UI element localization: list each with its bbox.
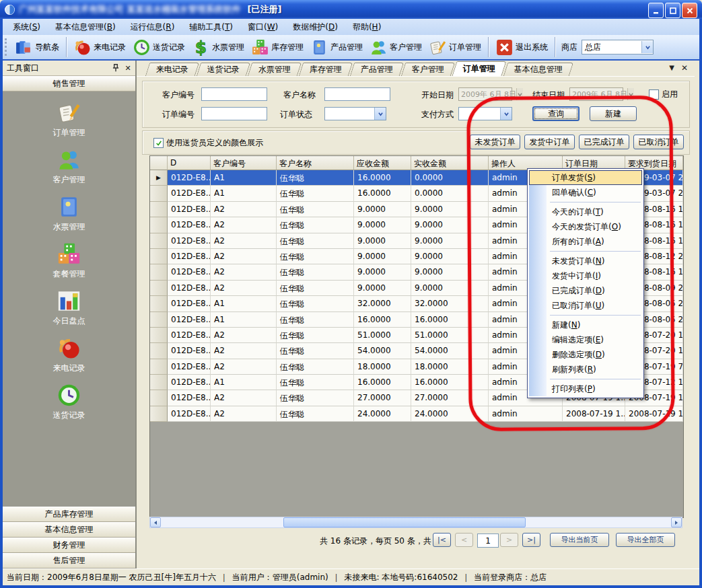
tab-list-arrow-icon[interactable]: ▼ <box>669 65 674 71</box>
ctx-edit-selected[interactable]: 编辑选定项(E) <box>529 332 642 347</box>
menu-aux-tools[interactable]: 辅助工具(T) <box>182 20 240 35</box>
export-current-page-button[interactable]: 导出当前页 <box>550 533 609 547</box>
tab-inventory-mgmt[interactable]: 库存管理 <box>299 63 353 76</box>
row-selector[interactable] <box>150 375 168 390</box>
inventory-mgmt-button[interactable]: 库存管理 <box>248 37 307 58</box>
column-header-1[interactable]: D <box>168 156 211 170</box>
page-number-input[interactable] <box>477 534 499 548</box>
row-selector[interactable] <box>150 390 168 406</box>
row-selector[interactable] <box>150 249 168 264</box>
order-code-input[interactable] <box>201 107 267 120</box>
ctx-today-orders[interactable]: 今天的订单(T) <box>529 205 642 219</box>
btn-shipping-orders[interactable]: 发货中订单 <box>524 135 575 149</box>
scroll-left-button[interactable] <box>150 517 161 527</box>
tab-delivery-records[interactable]: 送货记录 <box>197 63 250 76</box>
menu-window[interactable]: 窗口(W) <box>240 20 285 35</box>
customer-code-input[interactable] <box>201 87 267 101</box>
tab-ticket-mgmt[interactable]: 水票管理 <box>248 63 302 76</box>
customer-name-input[interactable] <box>324 87 390 101</box>
exit-system-button[interactable]: 退出系统 <box>492 37 551 58</box>
tab-call-records[interactable]: 来电记录 <box>145 63 199 76</box>
sb-today-check[interactable]: 今日盘点 <box>53 289 85 327</box>
tab-product-mgmt[interactable]: 产品管理 <box>350 63 404 76</box>
row-selector[interactable] <box>150 202 168 217</box>
delivery-records-button[interactable]: 送货记录 <box>129 37 188 58</box>
scrollbar-thumb[interactable] <box>283 517 526 527</box>
sb-group-product-inventory[interactable]: 产品库存管理 <box>3 507 135 522</box>
btn-completed-orders[interactable]: 已完成订单 <box>579 135 629 149</box>
maximize-button[interactable] <box>665 3 680 18</box>
prev-page-button[interactable]: < <box>455 533 473 547</box>
last-page-button[interactable]: >| <box>522 533 540 547</box>
row-selector[interactable] <box>150 233 168 249</box>
start-date-picker[interactable]: 2009年 6月 8日 <box>458 87 512 101</box>
query-button[interactable]: 查询 <box>532 106 580 121</box>
tab-order-mgmt[interactable]: 订单管理 <box>452 61 506 76</box>
ctx-shipping-orders[interactable]: 发货中订单(I) <box>529 268 642 283</box>
column-header-3[interactable]: 客户名称 <box>277 156 354 170</box>
horizontal-scrollbar[interactable] <box>149 517 682 528</box>
row-selector[interactable] <box>150 359 168 375</box>
export-all-pages-button[interactable]: 导出全部页 <box>616 533 675 547</box>
row-selector[interactable] <box>150 217 168 233</box>
row-selector[interactable] <box>150 406 168 422</box>
close-button[interactable] <box>682 3 697 18</box>
next-page-button[interactable]: > <box>500 533 518 547</box>
tab-basic-info-mgmt[interactable]: 基本信息管理 <box>503 63 573 76</box>
sb-order-mgmt[interactable]: 订单管理 <box>53 100 85 139</box>
menu-data-maintenance[interactable]: 数据维护(D) <box>285 20 345 35</box>
row-selector-arrow-icon[interactable]: ▶ <box>150 170 168 186</box>
scroll-right-button[interactable] <box>671 517 682 527</box>
ctx-today-shipped-orders[interactable]: 今天的发货订单(O) <box>529 219 642 234</box>
btn-unshipped-orders[interactable]: 未发货订单 <box>470 135 520 149</box>
call-records-button[interactable]: 来电记录 <box>70 37 129 58</box>
ctx-receipt-confirm[interactable]: 回单确认(C) <box>529 185 642 200</box>
sidebar-group-sales[interactable]: 销售管理 <box>3 76 135 91</box>
ctx-print-list[interactable]: 打印列表(P) <box>529 381 642 396</box>
ctx-delete-selected[interactable]: 删除选定项(D) <box>529 347 642 362</box>
sb-group-aftersales[interactable]: 售后管理 <box>3 553 135 568</box>
row-selector[interactable] <box>150 328 168 343</box>
minimize-button[interactable] <box>648 3 664 18</box>
new-button[interactable]: 新建 <box>590 106 637 121</box>
sb-delivery-records[interactable]: 送货记录 <box>53 383 85 421</box>
enable-checkbox[interactable]: 启用 <box>649 89 678 100</box>
table-row[interactable]: 012D-E8...A2伍华聪24.000024.0000admin2008-0… <box>150 406 683 422</box>
tab-customer-mgmt[interactable]: 客户管理 <box>401 63 455 76</box>
first-page-button[interactable]: |< <box>433 533 451 547</box>
menu-system[interactable]: 系统(S) <box>5 20 48 35</box>
column-header-4[interactable]: 应收金额 <box>354 156 411 170</box>
delivery-color-checkbox[interactable]: 使用送货员定义的颜色展示 <box>153 137 263 149</box>
navigator-button[interactable]: 导航条 <box>11 37 63 58</box>
row-selector[interactable] <box>150 186 168 201</box>
end-date-picker[interactable]: 2009年 6月 8日 <box>569 87 623 101</box>
row-selector[interactable] <box>150 343 168 359</box>
menu-help[interactable]: 帮助(H) <box>345 20 388 35</box>
row-selector[interactable] <box>150 281 168 296</box>
shop-select[interactable]: 总店 <box>582 40 654 54</box>
menu-basic-info[interactable]: 基本信息管理(B) <box>48 20 123 35</box>
column-header-2[interactable]: 客户编号 <box>211 156 277 170</box>
row-selector[interactable] <box>150 312 168 328</box>
order-status-select[interactable] <box>324 107 386 120</box>
chevron-down-icon[interactable] <box>641 41 653 53</box>
pin-icon[interactable] <box>111 63 120 73</box>
sb-package-mgmt[interactable]: 套餐管理 <box>53 242 85 280</box>
ctx-completed-orders[interactable]: 已完成订单(D) <box>529 283 642 298</box>
row-selector[interactable] <box>150 296 168 311</box>
ctx-ship-order[interactable]: 订单发货(S) <box>529 170 642 185</box>
product-mgmt-button[interactable]: 产品管理 <box>307 37 366 58</box>
customer-mgmt-button[interactable]: 客户管理 <box>366 37 425 58</box>
sb-ticket-mgmt[interactable]: 水票管理 <box>53 194 85 233</box>
ctx-refresh-list[interactable]: 刷新列表(R) <box>529 362 642 377</box>
sb-group-basic-info[interactable]: 基本信息管理 <box>3 522 135 538</box>
ctx-unshipped-orders[interactable]: 未发货订单(N) <box>529 254 642 268</box>
row-selector[interactable] <box>150 264 168 280</box>
sb-customer-mgmt[interactable]: 客户管理 <box>53 147 85 186</box>
ticket-mgmt-button[interactable]: $水票管理 <box>188 37 248 58</box>
ctx-cancelled-orders[interactable]: 已取消订单(U) <box>529 298 642 313</box>
btn-cancelled-orders[interactable]: 已取消订单 <box>633 135 684 149</box>
order-mgmt-button[interactable]: 订单管理 <box>425 37 485 58</box>
sb-group-finance[interactable]: 财务管理 <box>3 538 135 553</box>
menu-runtime-info[interactable]: 运行信息(R) <box>123 20 182 35</box>
